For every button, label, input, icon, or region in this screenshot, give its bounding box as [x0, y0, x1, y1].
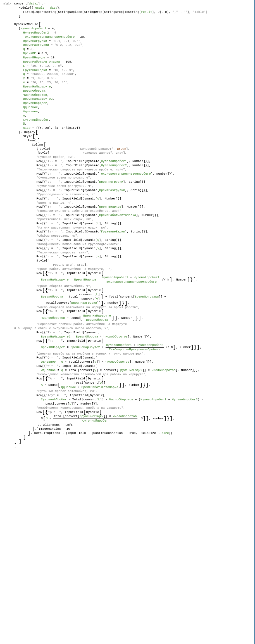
code-line[interactable]: Row[{"A = ", InputField[Dynamic[	[14, 377, 252, 381]
code-line[interactable]: Style[ Исходные данные", Gray],	[14, 151, 252, 155]
code-line[interactable]: N[β = Total[convert[ГруженыеЕздки]] × Чи…	[14, 414, 252, 423]
code-line[interactable]: "Коэффициенты использования грузоподъёмн…	[14, 242, 252, 246]
code-line[interactable]: "Суточный пробег автомобиля, км",	[14, 389, 252, 393]
code-line[interactable]: "Время оборота автомобиля, ч",	[14, 284, 252, 288]
code-line[interactable]: Row[{"tₒ = ", InputField[Dynamic[	[14, 288, 252, 293]
code-line[interactable]: Total[convert[ВремяРазгрузки]]], Number]…	[14, 301, 252, 305]
code-line[interactable]: ВремяОборота = Total[convert[L]convert[v…	[14, 293, 252, 301]
code-line[interactable]: "Нулевой пробег, км",	[14, 155, 252, 159]
code-line[interactable]: ГруженыеЕздки = "10, 12, 9",	[14, 68, 252, 72]
code-line[interactable]: Row[{"lₕ₂ = ", InputField[Dynamic[Нулево…	[14, 163, 252, 168]
code-line[interactable]: "Дневная выработка автомобиля в тоннах и…	[14, 352, 252, 356]
code-line[interactable]: СуточныйПробег = Total[convert[L]] × Чис…	[14, 398, 252, 402]
code-line[interactable]: Row[{"Tₙ = ", InputField[Dynamic[	[14, 339, 252, 343]
code-line[interactable]: Style["	[14, 259, 252, 263]
code-line[interactable]: "Техническая скорость, км/ч",	[14, 251, 252, 255]
code-line[interactable]: ВремяНаМаршруте2 = ВремяОборота × ЧислоО…	[14, 335, 252, 339]
code-line[interactable]: γ = "1, 0.8, 0.6",	[14, 76, 252, 80]
cell-body[interactable]: convert[data_] := Module[{result = data}…	[13, 2, 252, 448]
code-line[interactable]: "Число оборотов автомобиля на маршруте з…	[14, 305, 252, 310]
code-line[interactable]: "Коэффициент использования пробега на ма…	[14, 406, 252, 410]
code-line[interactable]: Row[{"Q = ", InputField[Dynamic[Q], Stri…	[14, 238, 252, 242]
code-line[interactable]: Row[{"L = ", InputField[Dynamic[L], Stri…	[14, 222, 252, 226]
code-line[interactable]: Row[{"Tₘ = ", InputField[Dynamic[	[14, 331, 252, 335]
code-line[interactable]: Результаты", Gray],	[14, 263, 252, 267]
code-line[interactable]: A,	[14, 114, 252, 118]
code-line[interactable]: Row[{"vₕ = ", InputField[Dynamic[ТехСкор…	[14, 172, 252, 176]
code-line[interactable]: }, Alignment → Left	[14, 423, 252, 427]
code-line[interactable]: Row[{"β = ", InputField[Dynamic[	[14, 410, 252, 414]
code-line[interactable]: convert[data_] :=	[14, 2, 252, 6]
code-line[interactable]: Row[{"W = ", InputField[Dynamic[	[14, 364, 252, 368]
code-line[interactable]: Style[	[14, 134, 252, 139]
code-line[interactable]: {Style[ Кольцевой маршрут", Brown],	[14, 147, 252, 151]
code-line[interactable]: ВремяНаМаршруте = ВремяВНаряде - Нулевой…	[14, 275, 252, 284]
code-line[interactable]: ]	[14, 439, 252, 444]
code-line[interactable]: Row[{"tₚ = ", InputField[Dynamic[ВремяРа…	[14, 188, 252, 193]
code-line[interactable]: Row[{"Dₚ = ", InputField[Dynamic[ВремяРа…	[14, 213, 252, 217]
code-line[interactable]: Row[{"q = ", InputField[Dynamic[q], Numb…	[14, 197, 252, 201]
code-line[interactable]: Qдневное,	[14, 105, 252, 110]
code-line[interactable]: Wдневное,	[14, 110, 252, 114]
code-line[interactable]: Нулевойпробег2 = 4,	[14, 31, 252, 35]
code-line[interactable]: ], DefaultOptions → {InputField → {Conti…	[14, 431, 252, 435]
code-line[interactable]: }, Deploy[	[14, 130, 252, 134]
code-line[interactable]: Module[{result = data},	[14, 6, 252, 10]
code-line[interactable]: "Грузоподъёмность автомобиля, т",	[14, 193, 252, 197]
code-line[interactable]: ЧислоОборотов,	[14, 93, 252, 97]
code-line[interactable]: Row[{"nₒ = ", InputField[Dynamic[	[14, 309, 252, 313]
code-line[interactable]: Row[{"lₑᵣ = ", InputField[Dynamic[Гружен…	[14, 230, 252, 234]
code-line[interactable]: {Нулевойпробег1 = 4,	[14, 27, 252, 31]
code-line[interactable]: "Объёмы перевозок, км",	[14, 234, 252, 238]
code-line[interactable]: "Протяженность всех ездок, км",	[14, 217, 252, 222]
code-line[interactable]: Row[{"lₕ₁ = ", InputField[Dynamic[Нулево…	[14, 159, 252, 163]
code-line[interactable]: ВремяРазгрузки = "0.2, 0.2, 0.2",	[14, 43, 252, 47]
code-line[interactable]: L = "10, 5, 12, 9, 9",	[14, 64, 252, 68]
code-line[interactable]: ВремяПР = 0.5,	[14, 51, 252, 56]
code-line[interactable]: Row[{"Tₙ = ", InputField[Dynamic[ВремяВН…	[14, 205, 252, 209]
code-line[interactable]: "Суммарное время разгрузки, ч",	[14, 184, 252, 188]
code-line[interactable]: "Продолжительность работы автохозяйства,…	[14, 209, 252, 213]
code-line[interactable]: Row[{"Q = ", InputField[Dynamic[	[14, 356, 252, 360]
code-line[interactable]: Qдневное = q × Total[convert[γ]] × Число…	[14, 360, 252, 364]
code-line[interactable]: Column[	[14, 143, 252, 147]
code-line[interactable]: ВремяОборота,	[14, 89, 252, 93]
code-line[interactable]: ]	[14, 444, 252, 448]
code-line[interactable]: "Необходимое количество автомобилей для …	[14, 372, 252, 377]
code-line[interactable]: ]	[14, 14, 252, 18]
code-line[interactable]: size = {{5, 20}, {1, Infinity}}	[14, 126, 252, 130]
code-line[interactable]: ВремяНаМаршруте2,	[14, 97, 252, 101]
code-line[interactable]: Wдневное = q × Total[convert[γ] × conver…	[14, 368, 252, 372]
code-line[interactable]: "Из них расстояния груженых ездок, км",	[14, 226, 252, 230]
code-line[interactable]: ВремяВНаряде2,	[14, 101, 252, 105]
code-line[interactable]: "Перерасчёт времени работы автомобиля на…	[14, 322, 252, 326]
code-line[interactable]: и в наряде в связи с округлением числа о…	[14, 326, 252, 331]
code-line[interactable]: ВремяВНаряде2 = ВремяНаМаршруте2 + Нулев…	[14, 343, 252, 352]
code-line[interactable]: ВремяПогрузки = "0.4, 0.4, 0.4",	[14, 39, 252, 43]
code-line[interactable]: Last[convert[L]]], Number]}],	[14, 402, 252, 406]
code-line[interactable]: "Суммарное время погрузки, ч",	[14, 176, 252, 180]
code-line[interactable]: Row[{"v = ", InputField[Dynamic[v], Stri…	[14, 255, 252, 259]
code-line[interactable]: Row[{"lсут = ", InputField[Dynamic[	[14, 393, 252, 398]
code-line[interactable]: First@ImportString[StringReplace[StringD…	[14, 10, 252, 14]
code-line[interactable]: A = Round[Total[convert[Q]]Qдневное × Вр…	[14, 381, 252, 389]
code-line[interactable]: Panel[	[14, 139, 252, 143]
code-line[interactable]: β,	[14, 122, 252, 126]
code-line[interactable]: ВремяНаМаршруте,	[14, 85, 252, 89]
code-line[interactable]: v = "20, 15, 25, 20, 15",	[14, 80, 252, 85]
code-line[interactable]: ]	[14, 435, 252, 439]
code-line[interactable]: Row[{"γ = ", InputField[Dynamic[γ], Stri…	[14, 246, 252, 251]
code-line[interactable]: ТехСкоростьПриНулевомПробеге = 20,	[14, 35, 252, 39]
code-line[interactable]: "Техническая скорость при нулевом пробег…	[14, 168, 252, 172]
code-line[interactable]: ], ImageMargins → 10	[14, 427, 252, 431]
code-line[interactable]: ЧислоОборотов = Round[ВремяНаМаршрутеВре…	[14, 314, 252, 322]
code-line[interactable]: СуточныйПробег,	[14, 118, 252, 122]
code-line[interactable]: ВремяВНаряде = 10,	[14, 56, 252, 60]
code-line[interactable]: Q = "250000, 200000, 150000",	[14, 72, 252, 76]
code-line[interactable]: q = 5,	[14, 47, 252, 51]
code-line[interactable]: DynamicModule[	[14, 22, 252, 27]
code-line[interactable]: Row[{"tₒ = ", InputField[Dynamic[ВремяПо…	[14, 180, 252, 184]
code-line[interactable]: "Время работы автомобиля на маршруте, ч"…	[14, 267, 252, 271]
code-line[interactable]: Row[{"Tₘ = ", InputField[Dynamic[	[14, 271, 252, 275]
code-line[interactable]: ВремяРаботыАвтопарка = 305,	[14, 60, 252, 64]
